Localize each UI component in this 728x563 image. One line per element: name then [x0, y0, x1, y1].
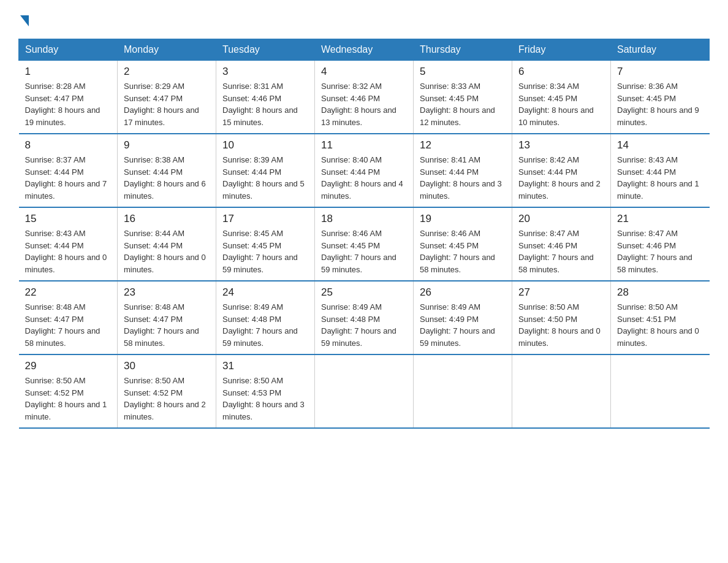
calendar-cell: 24 Sunrise: 8:49 AM Sunset: 4:48 PM Dayl…	[216, 281, 315, 354]
day-number: 6	[518, 66, 604, 78]
page-header	[18, 12, 710, 26]
day-info: Sunrise: 8:36 AM Sunset: 4:45 PM Dayligh…	[617, 80, 703, 128]
day-number: 17	[222, 213, 308, 225]
calendar-cell: 3 Sunrise: 8:31 AM Sunset: 4:46 PM Dayli…	[216, 61, 315, 134]
day-info: Sunrise: 8:50 AM Sunset: 4:51 PM Dayligh…	[617, 301, 703, 349]
day-info: Sunrise: 8:50 AM Sunset: 4:52 PM Dayligh…	[25, 375, 112, 423]
day-number: 4	[321, 66, 407, 78]
header-thursday: Thursday	[414, 39, 512, 61]
day-number: 12	[420, 139, 506, 151]
calendar-cell: 11 Sunrise: 8:40 AM Sunset: 4:44 PM Dayl…	[315, 134, 414, 207]
day-number: 26	[420, 286, 506, 299]
day-info: Sunrise: 8:33 AM Sunset: 4:45 PM Dayligh…	[420, 80, 506, 128]
day-number: 3	[222, 66, 308, 78]
calendar-cell	[315, 354, 414, 428]
day-number: 13	[518, 139, 604, 151]
calendar-cell: 20 Sunrise: 8:47 AM Sunset: 4:46 PM Dayl…	[512, 207, 611, 281]
calendar-cell	[611, 354, 710, 428]
day-info: Sunrise: 8:43 AM Sunset: 4:44 PM Dayligh…	[617, 154, 703, 202]
calendar-cell: 2 Sunrise: 8:29 AM Sunset: 4:47 PM Dayli…	[118, 61, 216, 134]
day-info: Sunrise: 8:41 AM Sunset: 4:44 PM Dayligh…	[420, 154, 506, 202]
day-info: Sunrise: 8:45 AM Sunset: 4:45 PM Dayligh…	[222, 228, 308, 275]
calendar-week-row: 15 Sunrise: 8:43 AM Sunset: 4:44 PM Dayl…	[19, 207, 710, 281]
day-number: 19	[420, 213, 506, 225]
calendar-cell: 16 Sunrise: 8:44 AM Sunset: 4:44 PM Dayl…	[118, 207, 216, 281]
calendar-header-row: SundayMondayTuesdayWednesdayThursdayFrid…	[19, 39, 710, 61]
calendar-cell: 21 Sunrise: 8:47 AM Sunset: 4:46 PM Dayl…	[611, 207, 710, 281]
calendar-cell: 13 Sunrise: 8:42 AM Sunset: 4:44 PM Dayl…	[512, 134, 611, 207]
day-number: 7	[617, 66, 703, 78]
day-number: 9	[124, 139, 210, 151]
day-info: Sunrise: 8:44 AM Sunset: 4:44 PM Dayligh…	[124, 228, 210, 275]
day-number: 5	[420, 66, 506, 78]
calendar-cell	[512, 354, 611, 428]
calendar-cell: 8 Sunrise: 8:37 AM Sunset: 4:44 PM Dayli…	[19, 134, 118, 207]
day-number: 31	[222, 360, 308, 372]
day-number: 28	[617, 286, 703, 299]
day-number: 23	[124, 286, 210, 299]
calendar-cell: 6 Sunrise: 8:34 AM Sunset: 4:45 PM Dayli…	[512, 61, 611, 134]
day-number: 18	[321, 213, 407, 225]
day-info: Sunrise: 8:47 AM Sunset: 4:46 PM Dayligh…	[617, 228, 703, 275]
day-info: Sunrise: 8:49 AM Sunset: 4:48 PM Dayligh…	[321, 301, 407, 349]
calendar-cell: 9 Sunrise: 8:38 AM Sunset: 4:44 PM Dayli…	[118, 134, 216, 207]
calendar-week-row: 1 Sunrise: 8:28 AM Sunset: 4:47 PM Dayli…	[19, 61, 710, 134]
day-number: 2	[124, 66, 210, 78]
calendar-table: SundayMondayTuesdayWednesdayThursdayFrid…	[18, 39, 710, 429]
calendar-cell: 17 Sunrise: 8:45 AM Sunset: 4:45 PM Dayl…	[216, 207, 315, 281]
calendar-cell: 22 Sunrise: 8:48 AM Sunset: 4:47 PM Dayl…	[19, 281, 118, 354]
calendar-cell: 28 Sunrise: 8:50 AM Sunset: 4:51 PM Dayl…	[611, 281, 710, 354]
header-wednesday: Wednesday	[315, 39, 414, 61]
calendar-cell: 26 Sunrise: 8:49 AM Sunset: 4:49 PM Dayl…	[414, 281, 512, 354]
day-number: 1	[25, 66, 112, 78]
calendar-week-row: 29 Sunrise: 8:50 AM Sunset: 4:52 PM Dayl…	[19, 354, 710, 428]
day-number: 30	[124, 360, 210, 372]
day-info: Sunrise: 8:49 AM Sunset: 4:48 PM Dayligh…	[222, 301, 308, 349]
calendar-cell	[414, 354, 512, 428]
calendar-cell: 4 Sunrise: 8:32 AM Sunset: 4:46 PM Dayli…	[315, 61, 414, 134]
calendar-cell: 29 Sunrise: 8:50 AM Sunset: 4:52 PM Dayl…	[19, 354, 118, 428]
day-info: Sunrise: 8:28 AM Sunset: 4:47 PM Dayligh…	[25, 80, 112, 128]
day-info: Sunrise: 8:34 AM Sunset: 4:45 PM Dayligh…	[518, 80, 604, 128]
calendar-cell: 10 Sunrise: 8:39 AM Sunset: 4:44 PM Dayl…	[216, 134, 315, 207]
day-number: 15	[25, 213, 112, 225]
day-info: Sunrise: 8:37 AM Sunset: 4:44 PM Dayligh…	[25, 154, 112, 202]
day-info: Sunrise: 8:48 AM Sunset: 4:47 PM Dayligh…	[124, 301, 210, 349]
day-info: Sunrise: 8:46 AM Sunset: 4:45 PM Dayligh…	[420, 228, 506, 275]
day-info: Sunrise: 8:39 AM Sunset: 4:44 PM Dayligh…	[222, 154, 308, 202]
calendar-cell: 5 Sunrise: 8:33 AM Sunset: 4:45 PM Dayli…	[414, 61, 512, 134]
day-number: 8	[25, 139, 112, 151]
calendar-week-row: 22 Sunrise: 8:48 AM Sunset: 4:47 PM Dayl…	[19, 281, 710, 354]
day-number: 16	[124, 213, 210, 225]
calendar-cell: 25 Sunrise: 8:49 AM Sunset: 4:48 PM Dayl…	[315, 281, 414, 354]
calendar-cell: 1 Sunrise: 8:28 AM Sunset: 4:47 PM Dayli…	[19, 61, 118, 134]
day-info: Sunrise: 8:43 AM Sunset: 4:44 PM Dayligh…	[25, 228, 112, 275]
calendar-cell: 31 Sunrise: 8:50 AM Sunset: 4:53 PM Dayl…	[216, 354, 315, 428]
day-info: Sunrise: 8:40 AM Sunset: 4:44 PM Dayligh…	[321, 154, 407, 202]
header-saturday: Saturday	[611, 39, 710, 61]
day-info: Sunrise: 8:31 AM Sunset: 4:46 PM Dayligh…	[222, 80, 308, 128]
header-friday: Friday	[512, 39, 611, 61]
day-info: Sunrise: 8:32 AM Sunset: 4:46 PM Dayligh…	[321, 80, 407, 128]
day-number: 27	[518, 286, 604, 299]
day-number: 11	[321, 139, 407, 151]
day-number: 21	[617, 213, 703, 225]
day-info: Sunrise: 8:50 AM Sunset: 4:52 PM Dayligh…	[124, 375, 210, 423]
day-info: Sunrise: 8:50 AM Sunset: 4:53 PM Dayligh…	[222, 375, 308, 423]
day-number: 20	[518, 213, 604, 225]
logo-arrow-icon	[20, 15, 29, 26]
calendar-cell: 30 Sunrise: 8:50 AM Sunset: 4:52 PM Dayl…	[118, 354, 216, 428]
header-monday: Monday	[118, 39, 216, 61]
day-info: Sunrise: 8:48 AM Sunset: 4:47 PM Dayligh…	[25, 301, 112, 349]
calendar-cell: 7 Sunrise: 8:36 AM Sunset: 4:45 PM Dayli…	[611, 61, 710, 134]
day-info: Sunrise: 8:49 AM Sunset: 4:49 PM Dayligh…	[420, 301, 506, 349]
day-info: Sunrise: 8:38 AM Sunset: 4:44 PM Dayligh…	[124, 154, 210, 202]
header-tuesday: Tuesday	[216, 39, 315, 61]
calendar-cell: 18 Sunrise: 8:46 AM Sunset: 4:45 PM Dayl…	[315, 207, 414, 281]
day-info: Sunrise: 8:50 AM Sunset: 4:50 PM Dayligh…	[518, 301, 604, 349]
calendar-cell: 27 Sunrise: 8:50 AM Sunset: 4:50 PM Dayl…	[512, 281, 611, 354]
day-number: 14	[617, 139, 703, 151]
day-number: 25	[321, 286, 407, 299]
calendar-cell: 23 Sunrise: 8:48 AM Sunset: 4:47 PM Dayl…	[118, 281, 216, 354]
day-number: 22	[25, 286, 112, 299]
